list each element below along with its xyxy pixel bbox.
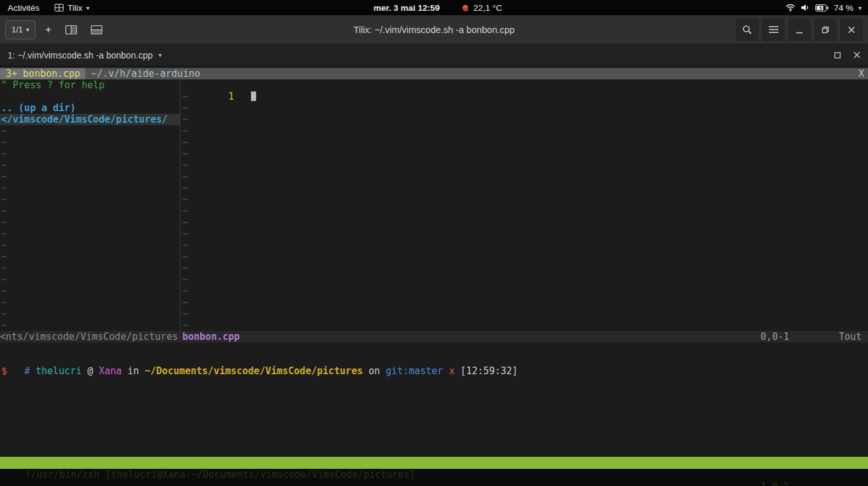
empty-line-tilde: ~ — [182, 148, 868, 159]
blank-line — [1, 91, 180, 102]
vim-cursor — [251, 91, 256, 101]
weather-temp: 22,1 °C — [473, 3, 502, 13]
close-pane-button[interactable] — [853, 51, 860, 58]
vim-split: " Press ? for help .. (up a dir) </vimsc… — [0, 79, 868, 331]
empty-line-tilde: ~ — [182, 194, 868, 205]
close-button[interactable] — [840, 18, 863, 41]
weather-icon — [461, 4, 470, 12]
empty-line-tilde: ~ — [1, 228, 180, 240]
tilix-icon — [55, 4, 64, 11]
split-right-icon — [65, 25, 77, 34]
chevron-down-icon: ▾ — [86, 4, 90, 11]
empty-line-tilde: ~ — [1, 262, 180, 274]
netrw-help-line: " Press ? for help — [1, 79, 180, 91]
empty-line-tilde: ~ — [182, 240, 868, 251]
empty-line-tilde: ~ — [1, 182, 180, 194]
buffer-empty-lines: ~~~~~~~~~~~~~~~~~~~~~ — [182, 91, 868, 331]
split-terminal-down-button[interactable] — [86, 20, 107, 39]
netrw-up-dir[interactable]: .. (up a dir) — [1, 102, 180, 114]
hamburger-menu-icon — [769, 26, 778, 33]
empty-line-tilde: ~ — [182, 285, 868, 297]
empty-line-tilde: ~ — [182, 320, 868, 331]
gnome-top-bar: Activités Tilix ▾ mer. 3 mai 12:59 22,1 … — [0, 0, 868, 15]
empty-line-tilde: ~ — [182, 182, 868, 194]
vim-tabline-close-button[interactable]: X — [858, 68, 868, 79]
empty-line-tilde: ~ — [182, 159, 868, 171]
activities-button[interactable]: Activités — [0, 0, 47, 15]
empty-line-tilde: ~ — [182, 125, 868, 137]
vim-terminal-statusline: !/usr/bin/zsh [thelucri@Xana:~/Documents… — [0, 457, 868, 469]
statusline-ruler: 0,0-1 — [761, 331, 789, 342]
clock-button[interactable]: mer. 3 mai 12:59 — [366, 0, 447, 15]
empty-line-tilde: ~ — [182, 102, 868, 114]
empty-line-tilde: ~ — [182, 251, 868, 262]
empty-line-tilde: ~ — [182, 217, 868, 228]
maximize-pane-icon — [834, 52, 841, 58]
empty-line-tilde: ~ — [182, 205, 868, 217]
minimize-icon — [796, 26, 803, 34]
restore-window-icon — [822, 26, 829, 34]
terminal-pane-header[interactable]: 1: ~/.vim/vimscode.sh -a bonbon.cpp ▾ — [0, 44, 868, 66]
search-button[interactable] — [736, 18, 759, 41]
shell-prompt-dollar[interactable]: $ — [0, 365, 868, 377]
statusline-scroll-position: Tout — [839, 331, 862, 342]
empty-line-tilde: ~ — [1, 171, 180, 182]
empty-line-tilde: ~ — [1, 148, 180, 159]
chevron-down-icon: ▾ — [858, 4, 862, 11]
statusline-netrw-path: <nts/vimscode/VimsCode/pictures — [0, 331, 180, 342]
empty-line-tilde: ~ — [1, 274, 180, 285]
empty-line-tilde: ~ — [182, 171, 868, 182]
empty-line-tilde: ~ — [1, 297, 180, 308]
empty-line-tilde: ~ — [1, 217, 180, 228]
menu-button[interactable] — [762, 18, 785, 41]
terminal-empty-area — [0, 377, 868, 457]
close-icon — [853, 51, 860, 58]
tilix-app-menu[interactable]: Tilix ▾ — [47, 0, 97, 15]
terminal-title: 1: ~/.vim/vimscode.sh -a bonbon.cpp — [8, 50, 153, 60]
search-icon — [742, 25, 752, 35]
split-down-icon — [91, 25, 102, 34]
empty-line-tilde: ~ — [1, 320, 180, 331]
netrw-empty-lines: ~~~~~~~~~~~~~~~~~~ — [1, 125, 180, 331]
weather-indicator: 22,1 °C — [461, 3, 502, 13]
session-counter: 1/1 — [11, 25, 23, 34]
empty-line-tilde: ~ — [1, 285, 180, 297]
empty-line-tilde: ~ — [182, 228, 868, 240]
system-status-area[interactable]: 74 % ▾ — [779, 0, 868, 15]
terminal[interactable]: 3+ bonbon.cpp ~/.v/h/aide-arduino X " Pr… — [0, 66, 868, 486]
vim-tab-other[interactable]: ~/.v/h/aide-arduino — [85, 68, 206, 79]
battery-icon — [815, 4, 829, 11]
blank-line — [0, 342, 868, 354]
buffer-pane[interactable]: 1 ~~~~~~~~~~~~~~~~~~~~~ — [180, 79, 868, 331]
statusline-filename: bonbon.cpp — [180, 331, 240, 342]
session-switcher-button[interactable]: 1/1 ▾ — [5, 20, 36, 39]
empty-line-tilde: ~ — [1, 159, 180, 171]
chevron-down-icon: ▾ — [26, 26, 29, 33]
empty-line-tilde: ~ — [1, 205, 180, 217]
empty-line-tilde: ~ — [182, 297, 868, 308]
restore-button[interactable] — [814, 18, 837, 41]
vim-tab-active[interactable]: 3+ bonbon.cpp — [0, 68, 85, 79]
terminal-statusline-ruler: 1,0-1 — [761, 481, 789, 486]
wifi-icon — [785, 4, 796, 11]
empty-line-tilde: ~ — [1, 125, 180, 137]
netrw-pane[interactable]: " Press ? for help .. (up a dir) </vimsc… — [0, 79, 180, 331]
empty-line-tilde: ~ — [182, 274, 868, 285]
empty-line-tilde: ~ — [182, 262, 868, 274]
new-session-button[interactable]: + — [41, 20, 56, 39]
empty-line-tilde: ~ — [1, 137, 180, 148]
empty-line-tilde: ~ — [1, 194, 180, 205]
terminal-statusline-text: !/usr/bin/zsh [thelucri@Xana:~/Documents… — [25, 469, 415, 480]
vim-statusline: <nts/vimscode/VimsCode/pictures bonbon.c… — [0, 331, 868, 342]
window-title: Tilix: ~/.vim/vimscode.sh -a bonbon.cpp — [353, 25, 515, 35]
minimize-button[interactable] — [788, 18, 811, 41]
chevron-down-icon[interactable]: ▾ — [158, 51, 161, 58]
vim-tabline: 3+ bonbon.cpp ~/.v/h/aide-arduino X — [0, 68, 868, 79]
volume-icon — [801, 4, 810, 11]
netrw-current-dir[interactable]: </vimscode/VimsCode/pictures/ — [0, 114, 180, 125]
split-terminal-right-button[interactable] — [61, 20, 81, 39]
tilix-title-bar: 1/1 ▾ + Tilix: ~/.vim/vimscode.sh -a bon… — [0, 15, 868, 44]
empty-line-tilde: ~ — [1, 251, 180, 262]
maximize-pane-button[interactable] — [834, 52, 841, 58]
shell-prompt-line: # thelucri @ Xana in ~/Documents/vimscod… — [0, 354, 868, 365]
